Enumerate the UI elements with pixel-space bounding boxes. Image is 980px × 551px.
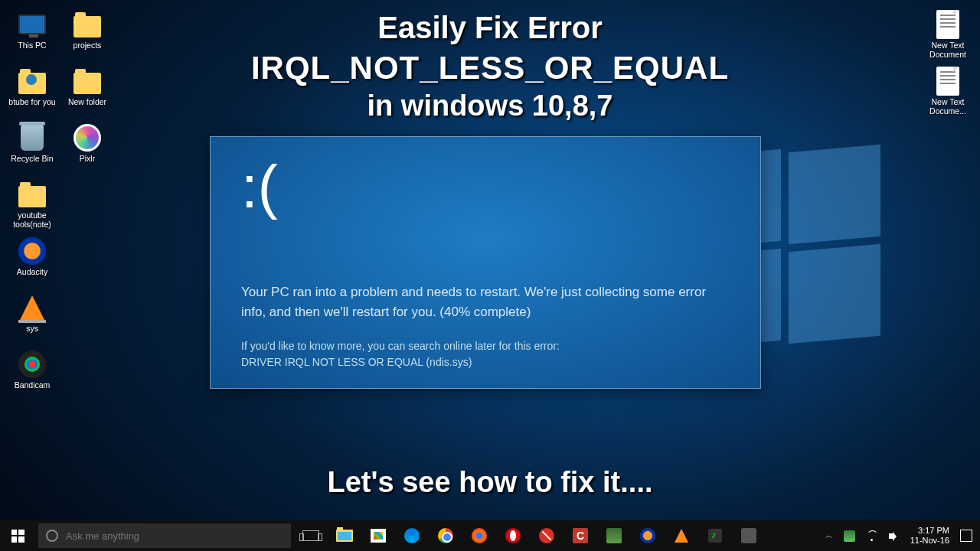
bsod-screenshot: :( Your PC ran into a problem and needs … bbox=[210, 136, 761, 389]
desktop-icon[interactable]: sys bbox=[6, 289, 58, 344]
bsod-sad-face: :( bbox=[241, 160, 730, 214]
overlay-line-1: Easily Fix Error bbox=[176, 11, 804, 45]
desktop-icon[interactable]: Recycle Bin bbox=[6, 119, 58, 174]
desktop-icon[interactable]: projects bbox=[61, 6, 113, 61]
cortana-circle-icon bbox=[46, 530, 58, 542]
taskbar-music-button[interactable] bbox=[698, 520, 732, 551]
chrome-icon bbox=[438, 528, 453, 543]
idm-icon bbox=[606, 528, 622, 543]
taskview-icon bbox=[302, 530, 319, 541]
edge-icon bbox=[404, 528, 420, 543]
desktop-icon[interactable]: youtube tools(note) bbox=[6, 176, 58, 231]
start-button[interactable] bbox=[0, 520, 35, 551]
explorer-icon bbox=[336, 530, 353, 542]
folder-user-icon bbox=[17, 66, 47, 96]
desktop-icon-label: Pixlr bbox=[80, 155, 95, 164]
taskbar-explorer-button[interactable] bbox=[328, 520, 361, 551]
desktop-icon[interactable]: btube for you bbox=[6, 63, 58, 118]
speaker-icon[interactable] bbox=[888, 530, 900, 542]
music-icon bbox=[708, 529, 722, 543]
firefox-icon bbox=[472, 528, 487, 543]
overlay-footer-text: Let's see how to fix it.... bbox=[328, 466, 653, 499]
taskbar-generic-button[interactable] bbox=[732, 520, 766, 551]
taskbar-vlc-button[interactable] bbox=[665, 520, 698, 551]
opera-icon bbox=[505, 528, 521, 543]
desktop-icon-label: This PC bbox=[18, 41, 46, 51]
desktop-icon-label: sys bbox=[26, 324, 38, 334]
taskbar-ccleaner-button[interactable]: C bbox=[564, 520, 597, 551]
taskbar-audacity-button[interactable] bbox=[631, 520, 665, 551]
action-center-icon[interactable] bbox=[960, 530, 972, 542]
monitor-icon bbox=[17, 9, 47, 40]
cortana-search-box[interactable] bbox=[38, 523, 291, 548]
bandicam-icon bbox=[17, 349, 47, 380]
desktop-icon[interactable]: Audacity bbox=[6, 233, 58, 288]
desktop-icon[interactable]: Bandicam bbox=[6, 346, 58, 401]
vlc-icon bbox=[675, 529, 688, 543]
search-input[interactable] bbox=[66, 530, 283, 542]
usb-eject-icon[interactable] bbox=[844, 530, 855, 542]
desktop-icon[interactable]: This PC bbox=[6, 6, 58, 61]
overlay-line-3: in windows 10,8,7 bbox=[176, 90, 804, 122]
tutorial-title-overlay: Easily Fix Error IRQL_NOT_LESS_OR_EQUAL … bbox=[176, 11, 804, 122]
desktop-icon[interactable]: New folder bbox=[61, 63, 113, 118]
text-document-icon bbox=[933, 9, 963, 40]
taskbar-store-button[interactable] bbox=[361, 520, 395, 551]
system-tray: ︿ 3:17 PM 11-Nov-16 bbox=[818, 526, 980, 546]
desktop-icon[interactable]: New Text Document bbox=[922, 6, 974, 61]
bsod-error-detail: If you'd like to know more, you can sear… bbox=[241, 338, 730, 370]
block-icon bbox=[539, 528, 554, 543]
folder-icon bbox=[72, 66, 103, 96]
desktop-icons-left: This PCprojectsbtube for youNew folderRe… bbox=[6, 6, 113, 401]
taskbar-taskview-button[interactable] bbox=[294, 520, 328, 551]
recycle-icon bbox=[17, 122, 47, 153]
desktop-icon-label: New Text Docume... bbox=[923, 98, 972, 116]
desktop-icon-label: btube for you bbox=[8, 98, 55, 107]
taskbar-edge-button[interactable] bbox=[395, 520, 429, 551]
bsod-message: Your PC ran into a problem and needs to … bbox=[241, 282, 730, 321]
taskbar-clock[interactable]: 3:17 PM 11-Nov-16 bbox=[910, 526, 949, 546]
windows-logo-icon bbox=[11, 530, 24, 543]
folder-icon bbox=[72, 9, 103, 40]
desktop-icon-label: Recycle Bin bbox=[11, 155, 53, 164]
wifi-icon[interactable] bbox=[866, 530, 877, 542]
desktop-icon-label: youtube tools(note) bbox=[8, 211, 57, 229]
text-document-icon bbox=[933, 66, 963, 96]
taskbar-idm-button[interactable] bbox=[597, 520, 631, 551]
desktop-icon-label: New Text Document bbox=[923, 41, 972, 59]
overlay-line-2: IRQL_NOT_LESS_OR_EQUAL bbox=[176, 50, 804, 86]
desktop-icon-label: projects bbox=[74, 41, 102, 51]
vlc-icon bbox=[17, 292, 47, 323]
generic-icon bbox=[741, 528, 756, 543]
taskbar: C ︿ 3:17 PM 11-Nov-16 bbox=[0, 520, 980, 551]
audacity-icon bbox=[640, 528, 655, 543]
desktop-icon[interactable]: New Text Docume... bbox=[922, 63, 974, 118]
tray-chevron-up-icon[interactable]: ︿ bbox=[825, 530, 833, 541]
ccleaner-icon: C bbox=[573, 528, 588, 543]
desktop-icon-label: Audacity bbox=[17, 268, 47, 277]
folder-icon bbox=[17, 179, 47, 210]
taskbar-opera-button[interactable] bbox=[496, 520, 530, 551]
pixlr-icon bbox=[72, 122, 103, 153]
desktop-icons-right: New Text DocumentNew Text Docume... bbox=[922, 6, 974, 118]
desktop-icon[interactable]: Pixlr bbox=[61, 119, 113, 174]
desktop-icon-label: New folder bbox=[68, 98, 106, 107]
taskbar-chrome-button[interactable] bbox=[429, 520, 462, 551]
desktop-icon-label: Bandicam bbox=[15, 381, 51, 390]
taskbar-firefox-button[interactable] bbox=[462, 520, 496, 551]
audacity-icon bbox=[17, 236, 47, 266]
taskbar-block-button[interactable] bbox=[530, 520, 564, 551]
store-icon bbox=[371, 529, 386, 543]
